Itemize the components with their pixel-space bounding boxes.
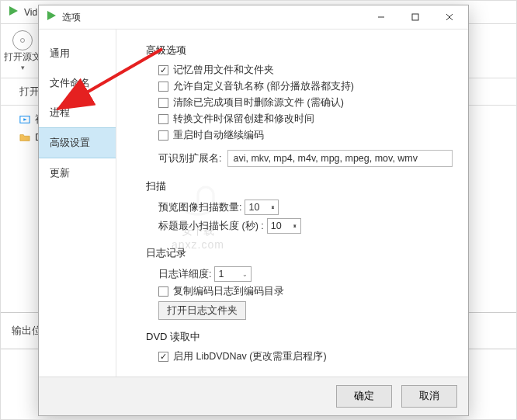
open-log-folder-button[interactable]: 打开日志文件夹 [158,301,246,320]
svg-marker-3 [47,11,56,20]
dialog-sidebar: 通用 文件命名 进程 高级设置 更新 [39,30,116,377]
folder-icon [19,132,30,143]
section-advanced-options: 高级选项 [146,43,459,57]
maximize-button[interactable] [398,6,432,28]
preview-count-stepper[interactable]: 10 ▲▼ [245,200,279,215]
checkbox-resume-encoding[interactable] [158,130,168,141]
svg-marker-0 [9,6,18,16]
title-min-length-stepper[interactable]: 10 ▲▼ [267,218,301,234]
extensions-input[interactable]: avi, mkv, mp4, m4v, mpg, mpeg, mov, wmv [227,150,453,167]
app-play-icon [45,9,57,25]
checkbox-label: 重启时自动继续编码 [173,129,264,142]
main-title: Vid [24,7,37,18]
dialog-titlebar: 选项 [39,5,468,29]
sidebar-item-general[interactable]: 通用 [39,39,116,68]
sidebar-item-update[interactable]: 更新 [39,158,116,188]
app-play-icon [7,5,19,20]
sidebar-item-advanced[interactable]: 高级设置 [39,127,116,158]
checkbox-delete-source[interactable] [158,98,168,108]
checkbox-remember[interactable] [158,65,168,75]
checkbox-label: 清除已完成项目时删除源文件 (需确认) [173,96,344,109]
verbosity-select[interactable]: 1 ⌄ [214,266,252,282]
cancel-button[interactable]: 取消 [401,385,457,408]
ext-label: 可识别扩展名: [158,152,221,165]
ok-button[interactable]: 确定 [336,385,392,408]
checkbox-label: 记忆曾用文件和文件夹 [173,64,274,77]
sidebar-item-filenaming[interactable]: 文件命名 [39,68,116,98]
svg-rect-5 [412,14,418,20]
checkbox-label: 允许自定义音轨名称 (部分播放器都支持) [173,80,354,93]
disc-icon [12,30,33,50]
checkbox-libdvdnav[interactable] [158,352,168,362]
sidebar-item-process[interactable]: 进程 [39,98,116,127]
close-button[interactable] [432,6,467,28]
open-source-label: 打开源文 [4,50,41,64]
checkbox-copy-log[interactable] [158,286,168,297]
section-scan: 扫描 [146,179,459,193]
verbosity-label: 日志详细度: [158,268,211,281]
dialog-title: 选项 [62,11,364,24]
dialog-footer: 确定 取消 [39,377,468,415]
section-logging: 日志记录 [146,246,459,260]
minimize-button[interactable] [364,6,398,28]
options-dialog: 选项 通用 文件命名 进程 高级设置 更新 高级选项 记忆曾用文件和文件夹 允许… [38,5,469,416]
video-file-icon [19,114,30,125]
chevron-down-icon: ▾ [21,64,25,71]
section-dvd: DVD 读取中 [146,330,459,344]
checkbox-keep-times[interactable] [158,114,168,124]
chevron-down-icon: ⌄ [242,271,248,278]
checkbox-label: 启用 LibDVDNav (更改需重启程序) [173,350,327,363]
checkbox-custom-track[interactable] [158,82,168,92]
dialog-content: 高级选项 记忆曾用文件和文件夹 允许自定义音轨名称 (部分播放器都支持) 清除已… [116,30,468,377]
title-min-length-label: 标题最小扫描长度 (秒) : [158,220,264,233]
preview-count-label: 预览图像扫描数量: [158,201,241,214]
checkbox-label: 转换文件时保留创建和修改时间 [173,113,314,126]
svg-marker-2 [23,118,26,121]
open-source-button[interactable]: 打开源文 ▾ [4,30,41,71]
checkbox-label: 复制编码日志到编码目录 [173,285,284,298]
